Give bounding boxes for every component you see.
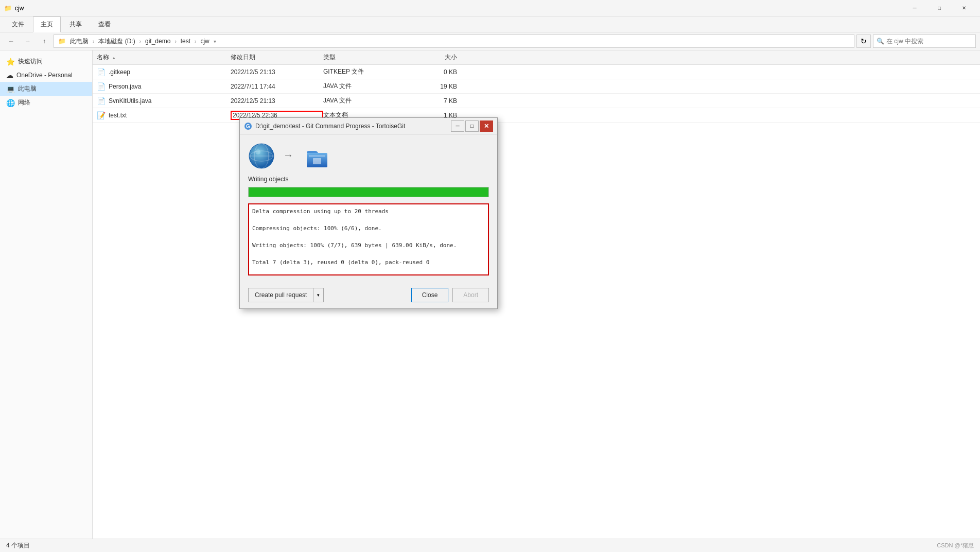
maximize-button[interactable]: □ — [927, 0, 951, 16]
dialog-title-text: D:\git_demo\test - Git Command Progress … — [255, 123, 405, 130]
search-input[interactable] — [886, 38, 972, 45]
abort-button[interactable]: Abort — [452, 288, 489, 302]
search-box[interactable]: 🔍 — [873, 34, 976, 48]
file-date: 2022/12/5 21:13 — [231, 97, 323, 105]
sidebar-item-network[interactable]: 🌐 网络 — [0, 96, 92, 110]
folder-icon: 📁 — [4, 5, 12, 12]
tortoisegit-icon: G — [244, 122, 252, 130]
onedrive-icon: ☁ — [6, 71, 13, 79]
table-row[interactable]: 📝 test.txt 2022/12/5 22:36 文本文档 1 KB — [93, 108, 980, 123]
file-type: JAVA 文件 — [323, 96, 406, 105]
table-row[interactable]: 📄 SvnKitUtils.java 2022/12/5 21:13 JAVA … — [93, 94, 980, 108]
file-type: JAVA 文件 — [323, 82, 406, 91]
globe-icon — [248, 143, 273, 167]
file-name: Person.java — [109, 83, 141, 90]
sidebar-label-network: 网络 — [18, 98, 30, 107]
file-size: 19 KB — [406, 83, 457, 90]
ribbon: 文件 主页 共享 查看 — [0, 16, 980, 32]
path-sep-1: › — [93, 39, 94, 44]
file-icon: 📄 — [97, 82, 106, 91]
file-list: 名称 ▲ 修改日期 类型 大小 📄 .gitkeep 2022/12/5 21:… — [93, 50, 980, 539]
dialog-title-controls: ─ □ ✕ — [451, 120, 493, 132]
close-dialog-button[interactable]: Close — [411, 288, 449, 302]
file-icon: 📄 — [97, 68, 106, 76]
ribbon-tabs: 文件 主页 共享 查看 — [0, 16, 980, 32]
thispc-icon: 💻 — [6, 85, 15, 93]
table-row[interactable]: 📄 .gitkeep 2022/12/5 21:13 GITKEEP 文件 0 … — [93, 65, 980, 79]
window-title: cjw — [15, 5, 24, 12]
sidebar-label-quickaccess: 快速访问 — [18, 57, 43, 66]
item-count: 4 个项目 — [6, 541, 30, 550]
dialog-title-bar: G D:\git_demo\test - Git Command Progres… — [240, 118, 497, 134]
file-date: 2022/12/5 21:13 — [231, 68, 323, 76]
dialog-maximize-button[interactable]: □ — [465, 120, 479, 132]
footer-left: Create pull request ▾ — [248, 288, 324, 302]
file-name: .gitkeep — [109, 68, 130, 76]
dialog-icons-row: → — [248, 143, 489, 167]
network-icon: 🌐 — [6, 99, 15, 107]
back-button[interactable]: ← — [4, 34, 19, 48]
log-line-1: Delta compression using up to 20 threads — [252, 208, 485, 216]
close-button[interactable]: ✕ — [952, 0, 976, 16]
col-header-type[interactable]: 类型 — [323, 53, 406, 62]
svg-rect-8 — [309, 155, 325, 157]
file-name: SvnKitUtils.java — [109, 97, 151, 105]
log-line-4: Total 7 (delta 3), reused 0 (delta 0), p… — [252, 258, 485, 267]
dialog-body: → — [240, 134, 497, 284]
dialog-title-left: G D:\git_demo\test - Git Command Progres… — [244, 122, 405, 130]
dialog-close-button[interactable]: ✕ — [480, 120, 493, 132]
dialog-minimize-button[interactable]: ─ — [451, 120, 464, 132]
file-list-header: 名称 ▲ 修改日期 类型 大小 — [93, 50, 980, 65]
svg-rect-9 — [313, 158, 321, 164]
minimize-button[interactable]: ─ — [903, 0, 926, 16]
path-segment-thispc[interactable]: 此电脑 — [68, 36, 91, 47]
sidebar-label-onedrive: OneDrive - Personal — [16, 72, 73, 79]
quick-access-icon: ⭐ — [6, 58, 15, 66]
progress-bar-container — [248, 187, 489, 197]
svg-point-6 — [255, 149, 260, 154]
path-segment-test[interactable]: test — [179, 37, 192, 46]
up-button[interactable]: ↑ — [37, 34, 51, 48]
sidebar-item-onedrive[interactable]: ☁ OneDrive - Personal — [0, 68, 92, 82]
col-header-date[interactable]: 修改日期 — [231, 53, 323, 62]
footer-right: Close Abort — [411, 288, 489, 302]
create-pull-request-button[interactable]: Create pull request — [248, 288, 313, 302]
address-path: 📁 此电脑 › 本地磁盘 (D:) › git_demo › test › cj… — [54, 34, 854, 48]
refresh-button[interactable]: ↻ — [856, 34, 871, 48]
folder-blue-icon — [304, 143, 328, 167]
forward-button[interactable]: → — [21, 34, 35, 48]
sort-arrow-icon: ▲ — [112, 56, 116, 60]
operation-label: Writing objects — [248, 176, 489, 183]
tab-share[interactable]: 共享 — [62, 16, 90, 32]
title-bar: 📁 cjw ─ □ ✕ — [0, 0, 980, 16]
tab-home[interactable]: 主页 — [33, 16, 61, 32]
col-header-name[interactable]: 名称 ▲ — [97, 53, 231, 62]
table-row[interactable]: 📄 Person.java 2022/7/11 17:44 JAVA 文件 19… — [93, 79, 980, 94]
file-date: 2022/7/11 17:44 — [231, 83, 323, 90]
tab-file[interactable]: 文件 — [4, 16, 32, 32]
file-size: 0 KB — [406, 68, 457, 76]
create-pr-dropdown-button[interactable]: ▾ — [313, 288, 324, 302]
tab-view[interactable]: 查看 — [91, 16, 118, 32]
sidebar-label-thispc: 此电脑 — [18, 84, 37, 93]
transfer-arrow-icon: → — [283, 149, 293, 161]
path-segment-gitdemo[interactable]: git_demo — [143, 37, 172, 46]
sidebar-item-quickaccess[interactable]: ⭐ 快速访问 — [0, 55, 92, 68]
path-dropdown-icon[interactable]: ▾ — [214, 39, 216, 44]
log-line-3: Writing objects: 100% (7/7), 639 bytes |… — [252, 242, 485, 250]
file-name: test.txt — [109, 112, 127, 119]
path-segment-disk[interactable]: 本地磁盘 (D:) — [96, 36, 137, 47]
sidebar-item-thispc[interactable]: 💻 此电脑 — [0, 82, 92, 96]
svg-text:G: G — [246, 124, 250, 129]
log-line-2: Compressing objects: 100% (6/6), done. — [252, 225, 485, 233]
file-icon: 📄 — [97, 97, 106, 105]
title-bar-controls: ─ □ ✕ — [903, 0, 976, 16]
progress-bar-fill — [249, 187, 488, 197]
path-sep-2: › — [139, 39, 141, 44]
sidebar: ⭐ 快速访问 ☁ OneDrive - Personal 💻 此电脑 🌐 网络 — [0, 50, 93, 539]
col-header-size[interactable]: 大小 — [406, 53, 457, 62]
git-dialog: G D:\git_demo\test - Git Command Progres… — [239, 117, 498, 309]
path-segment-cjw[interactable]: cjw — [198, 37, 211, 46]
file-size: 7 KB — [406, 97, 457, 105]
log-area[interactable]: Delta compression using up to 20 threads… — [248, 203, 489, 275]
